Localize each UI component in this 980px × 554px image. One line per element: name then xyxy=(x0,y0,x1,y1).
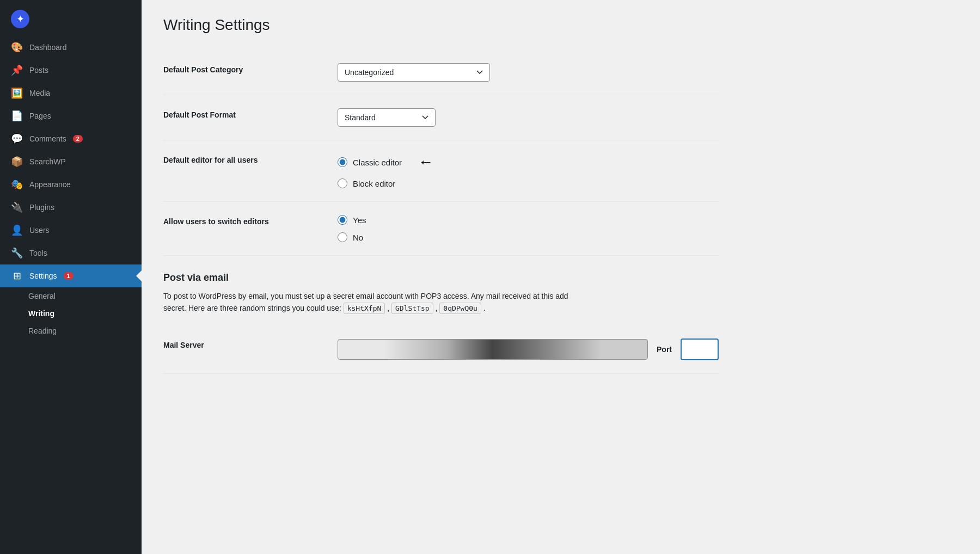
sidebar-item-label-searchwp: SearchWP xyxy=(29,157,66,166)
searchwp-icon: 📦 xyxy=(11,156,23,168)
sub-nav-item-general[interactable]: General xyxy=(0,287,142,305)
random-string-2: GDlStTsp xyxy=(391,303,433,314)
mail-server-input[interactable] xyxy=(338,339,648,360)
random-string-1: ksHtXfpN xyxy=(344,303,385,314)
sidebar-logo: ✦ xyxy=(0,0,142,36)
default-editor-row: Default editor for all users Classic edi… xyxy=(163,140,719,202)
default-post-format-row: Default Post Format StandardAsideGallery… xyxy=(163,95,719,140)
sidebar-item-searchwp[interactable]: 📦SearchWP xyxy=(0,150,142,173)
comments-icon: 💬 xyxy=(11,133,23,145)
sidebar-item-label-tools: Tools xyxy=(29,249,47,257)
yes-option[interactable]: Yes xyxy=(338,215,719,225)
sub-nav-items: GeneralWritingReading xyxy=(0,287,142,340)
dashboard-icon: 🎨 xyxy=(11,41,23,53)
post-via-email-desc-start: To post to WordPress by email, you must … xyxy=(163,292,568,300)
default-post-category-row: Default Post Category Uncategorized xyxy=(163,50,719,95)
sidebar-item-dashboard[interactable]: 🎨Dashboard xyxy=(0,36,142,59)
sidebar-item-pages[interactable]: 📄Pages xyxy=(0,104,142,127)
users-icon: 👤 xyxy=(11,224,23,236)
nav-items: 🎨Dashboard📌Posts🖼️Media📄Pages💬Comments2📦… xyxy=(0,36,142,287)
sidebar-item-tools[interactable]: 🔧Tools xyxy=(0,242,142,264)
sidebar-item-settings[interactable]: ⊞Settings1 xyxy=(0,264,142,287)
default-post-category-control: Uncategorized xyxy=(338,63,719,82)
default-editor-label: Default editor for all users xyxy=(163,153,338,188)
classic-editor-option[interactable]: Classic editor ← xyxy=(338,153,719,171)
sidebar-item-users[interactable]: 👤Users xyxy=(0,219,142,242)
sub-nav-item-reading[interactable]: Reading xyxy=(0,322,142,340)
appearance-icon: 🎭 xyxy=(11,178,23,190)
post-format-select[interactable]: StandardAsideGalleryLinkImageQuoteStatus… xyxy=(338,108,436,127)
active-arrow-indicator xyxy=(136,270,142,281)
arrow-indicator: ← xyxy=(418,153,433,171)
no-option[interactable]: No xyxy=(338,232,719,242)
sub-nav-item-writing[interactable]: Writing xyxy=(0,305,142,322)
comma-1: , xyxy=(387,304,391,312)
sidebar-item-media[interactable]: 🖼️Media xyxy=(0,82,142,104)
allow-switch-row: Allow users to switch editors Yes No xyxy=(163,202,719,256)
random-string-3: 0qDPwQ0u xyxy=(439,303,481,314)
media-icon: 🖼️ xyxy=(11,87,23,99)
block-editor-label: Block editor xyxy=(353,179,395,188)
switch-radio-group: Yes No xyxy=(338,215,719,242)
main-content: Writing Settings Default Post Category U… xyxy=(142,0,980,554)
sidebar-item-label-plugins: Plugins xyxy=(29,203,54,212)
sidebar: ✦ 🎨Dashboard📌Posts🖼️Media📄Pages💬Comments… xyxy=(0,0,142,554)
sidebar-item-appearance[interactable]: 🎭Appearance xyxy=(0,173,142,196)
default-post-category-label: Default Post Category xyxy=(163,63,338,82)
comments-badge: 2 xyxy=(73,135,83,143)
editor-radio-group: Classic editor ← Block editor xyxy=(338,153,719,188)
sidebar-item-label-dashboard: Dashboard xyxy=(29,43,67,52)
allow-switch-control: Yes No xyxy=(338,215,719,242)
no-radio[interactable] xyxy=(338,232,347,242)
sidebar-item-label-media: Media xyxy=(29,89,50,97)
default-post-format-control: StandardAsideGalleryLinkImageQuoteStatus… xyxy=(338,108,719,127)
mail-server-control: Port xyxy=(338,338,719,360)
classic-editor-radio[interactable] xyxy=(338,157,347,167)
no-label: No xyxy=(353,233,363,242)
default-editor-control: Classic editor ← Block editor xyxy=(338,153,719,188)
pages-icon: 📄 xyxy=(11,110,23,122)
default-post-format-label: Default Post Format xyxy=(163,108,338,127)
period: . xyxy=(483,304,486,312)
mail-server-label: Mail Server xyxy=(163,338,338,360)
sidebar-item-label-appearance: Appearance xyxy=(29,180,71,189)
sidebar-item-label-users: Users xyxy=(29,226,50,235)
page-title: Writing Settings xyxy=(163,16,719,34)
post-via-email-title: Post via email xyxy=(163,272,719,284)
classic-editor-label: Classic editor xyxy=(353,158,402,167)
settings-badge: 1 xyxy=(64,272,74,280)
sidebar-item-label-settings: Settings xyxy=(29,272,57,280)
allow-switch-label: Allow users to switch editors xyxy=(163,215,338,242)
posts-icon: 📌 xyxy=(11,64,23,76)
post-via-email-desc: To post to WordPress by email, you must … xyxy=(163,290,719,315)
settings-icon: ⊞ xyxy=(11,270,23,282)
sidebar-item-plugins[interactable]: 🔌Plugins xyxy=(0,196,142,219)
wp-logo-icon: ✦ xyxy=(11,10,29,28)
tools-icon: 🔧 xyxy=(11,247,23,259)
port-input[interactable] xyxy=(681,338,719,360)
sidebar-item-posts[interactable]: 📌Posts xyxy=(0,59,142,82)
mail-server-input-row: Port xyxy=(338,338,719,360)
sidebar-item-comments[interactable]: 💬Comments2 xyxy=(0,127,142,150)
post-category-select[interactable]: Uncategorized xyxy=(338,63,490,82)
port-label: Port xyxy=(657,345,672,354)
block-editor-radio[interactable] xyxy=(338,178,347,188)
sidebar-item-label-posts: Posts xyxy=(29,66,48,75)
yes-label: Yes xyxy=(353,216,366,225)
sidebar-item-label-comments: Comments xyxy=(29,134,66,143)
plugins-icon: 🔌 xyxy=(11,201,23,213)
post-via-email-desc-end: secret. Here are three random strings yo… xyxy=(163,304,344,312)
mail-server-row: Mail Server Port xyxy=(163,325,719,374)
sidebar-item-label-pages: Pages xyxy=(29,112,51,120)
block-editor-option[interactable]: Block editor xyxy=(338,178,719,188)
yes-radio[interactable] xyxy=(338,215,347,225)
